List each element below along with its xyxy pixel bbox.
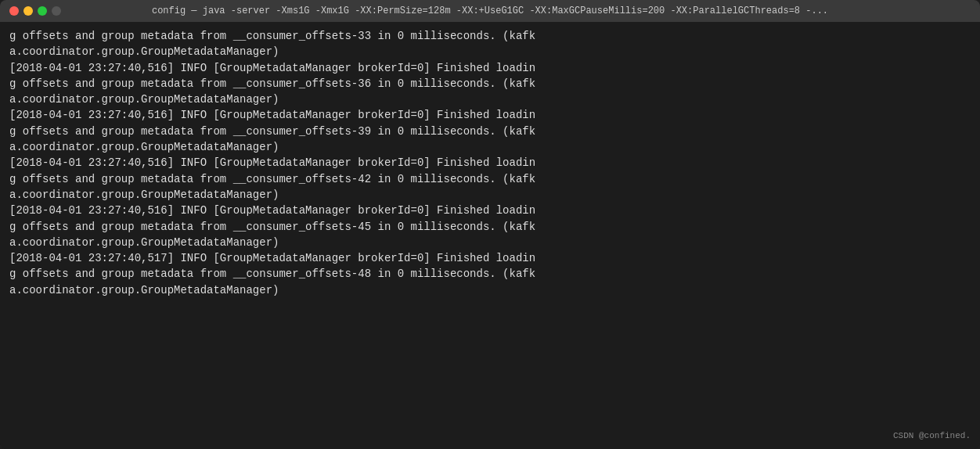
log-line: [2018-04-01 23:27:40,516] INFO [GroupMet… <box>9 107 971 123</box>
log-line: g offsets and group metadata from __cons… <box>9 28 971 44</box>
log-line: a.coordinator.group.GroupMetadataManager… <box>9 235 971 250</box>
terminal-content[interactable]: g offsets and group metadata from __cons… <box>0 22 980 449</box>
log-line: a.coordinator.group.GroupMetadataManager… <box>9 44 971 59</box>
log-container: g offsets and group metadata from __cons… <box>9 28 971 298</box>
watermark: CSDN @confined. <box>893 430 971 443</box>
log-line: g offsets and group metadata from __cons… <box>9 124 971 139</box>
log-line: g offsets and group metadata from __cons… <box>9 76 971 92</box>
log-line: a.coordinator.group.GroupMetadataManager… <box>9 282 971 298</box>
log-line: [2018-04-01 23:27:40,517] INFO [GroupMet… <box>9 250 971 266</box>
log-line: g offsets and group metadata from __cons… <box>9 171 971 187</box>
log-line: a.coordinator.group.GroupMetadataManager… <box>9 139 971 155</box>
log-line: a.coordinator.group.GroupMetadataManager… <box>9 187 971 203</box>
log-line: [2018-04-01 23:27:40,516] INFO [GroupMet… <box>9 203 971 218</box>
close-button[interactable] <box>9 6 19 16</box>
log-line: g offsets and group metadata from __cons… <box>9 266 971 282</box>
traffic-lights <box>9 6 61 16</box>
log-line: [2018-04-01 23:27:40,516] INFO [GroupMet… <box>9 60 971 76</box>
terminal-window: config — java -server -Xms1G -Xmx1G -XX:… <box>0 0 980 449</box>
title-bar: config — java -server -Xms1G -Xmx1G -XX:… <box>0 0 980 22</box>
window-title: config — java -server -Xms1G -Xmx1G -XX:… <box>152 5 828 16</box>
log-line: g offsets and group metadata from __cons… <box>9 219 971 235</box>
log-line: a.coordinator.group.GroupMetadataManager… <box>9 92 971 107</box>
minimize-button[interactable] <box>23 6 33 16</box>
maximize-button[interactable] <box>38 6 47 16</box>
log-line: [2018-04-01 23:27:40,516] INFO [GroupMet… <box>9 155 971 171</box>
spacer-button <box>52 6 61 16</box>
